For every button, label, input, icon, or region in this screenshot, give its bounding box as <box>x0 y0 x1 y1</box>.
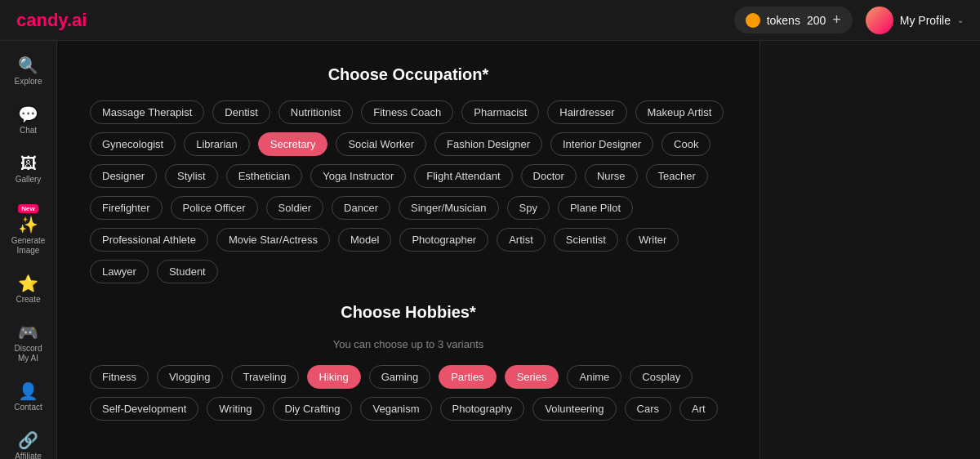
occupation-tag[interactable]: Professional Athlete <box>90 228 208 252</box>
hobby-tag[interactable]: Self-Development <box>90 397 198 421</box>
hobby-tag[interactable]: Diy Crafting <box>273 397 353 421</box>
occupation-tags: Massage TherapistDentistNutritionistFitn… <box>90 100 727 283</box>
occupation-tag[interactable]: Massage Therapist <box>90 100 204 124</box>
occupation-tag[interactable]: Firefighter <box>90 196 163 220</box>
occupation-tag[interactable]: Interior Designer <box>550 132 653 156</box>
occupation-tag[interactable]: Pharmacist <box>461 100 539 124</box>
occupation-tag[interactable]: Designer <box>90 164 157 188</box>
occupation-tag[interactable]: Dancer <box>332 196 390 220</box>
hobby-tag[interactable]: Cosplay <box>630 365 693 389</box>
occupation-tag[interactable]: Spy <box>507 196 550 220</box>
chat-icon: 💬 <box>18 106 38 123</box>
occupation-tag[interactable]: Librarian <box>184 132 250 156</box>
token-coin-icon <box>746 13 760 28</box>
sidebar-label-generate: Generate Image <box>11 236 46 256</box>
affiliate-icon: 🔗 <box>18 432 38 448</box>
logo-accent: .ai <box>67 10 87 30</box>
occupation-tag[interactable]: Lawyer <box>90 260 149 283</box>
section-divider: Choose Hobbies* You can choose up to 3 v… <box>90 303 727 350</box>
sidebar-label-gallery: Gallery <box>16 175 42 185</box>
chevron-down-icon: ⌄ <box>957 16 964 25</box>
tokens-count: 200 <box>807 14 826 27</box>
sidebar-label-contact: Contact <box>14 403 42 412</box>
sidebar-label-discord: Discord My AI <box>11 344 46 363</box>
occupation-tag[interactable]: Nutritionist <box>278 100 353 124</box>
occupation-tag[interactable]: Gynecologist <box>90 132 176 156</box>
occupation-tag[interactable]: Scientist <box>554 228 618 252</box>
profile-area[interactable]: My Profile ⌄ <box>866 7 964 34</box>
hobbies-title: Choose Hobbies* <box>90 303 727 322</box>
occupation-tag[interactable]: Model <box>338 228 391 252</box>
tokens-label: tokens <box>767 14 800 27</box>
logo-text: candy <box>16 10 67 30</box>
occupation-tag[interactable]: Artist <box>497 228 546 252</box>
header: candy.ai tokens 200 + My Profile ⌄ <box>0 0 980 41</box>
occupation-tag[interactable]: Yoga Instructor <box>310 164 406 188</box>
hobby-tag[interactable]: Fitness <box>90 365 149 389</box>
occupation-tag[interactable]: Photographer <box>399 228 488 252</box>
hobby-tag[interactable]: Series <box>505 365 559 389</box>
sidebar-label-affiliate: Affiliate <box>15 452 42 459</box>
occupation-tag[interactable]: Fashion Designer <box>434 132 542 156</box>
occupation-tag[interactable]: Social Worker <box>336 132 426 156</box>
occupation-tag[interactable]: Singer/Musician <box>399 196 499 220</box>
sidebar-label-chat: Chat <box>20 126 37 136</box>
right-panel <box>760 41 980 459</box>
main-layout: 🔍 Explore 💬 Chat 🖼 Gallery New ✨ Generat… <box>0 41 980 459</box>
hobby-tag[interactable]: Veganism <box>360 397 431 421</box>
occupation-tag[interactable]: Esthetician <box>226 164 303 188</box>
occupation-tag[interactable]: Writer <box>626 228 679 252</box>
add-tokens-button[interactable]: + <box>832 11 841 29</box>
sidebar-item-affiliate[interactable]: 🔗 Affiliate <box>5 424 52 459</box>
occupation-tag[interactable]: Plane Pilot <box>558 196 633 220</box>
hobby-tag[interactable]: Parties <box>439 365 496 389</box>
avatar <box>866 7 893 34</box>
sidebar-item-generate[interactable]: New ✨ Generate Image <box>5 196 52 264</box>
new-badge: New <box>18 204 38 213</box>
sidebar-item-discord[interactable]: 🎮 Discord My AI <box>5 316 52 372</box>
occupation-tag[interactable]: Police Officer <box>171 196 258 220</box>
occupation-tag[interactable]: Fitness Coach <box>361 100 453 124</box>
sidebar-label-explore: Explore <box>15 77 42 87</box>
hobby-tag[interactable]: Vlogging <box>157 365 223 389</box>
occupation-tag[interactable]: Teacher <box>646 164 708 188</box>
hobby-tag[interactable]: Gaming <box>369 365 431 389</box>
content-panel: Choose Occupation* Massage TherapistDent… <box>57 41 760 459</box>
occupation-tag[interactable]: Soldier <box>266 196 323 220</box>
tokens-badge[interactable]: tokens 200 + <box>734 7 853 33</box>
explore-icon: 🔍 <box>18 57 38 74</box>
hobbies-subtitle: You can choose up to 3 variants <box>90 338 727 350</box>
hobby-tag[interactable]: Anime <box>567 365 621 389</box>
occupation-tag[interactable]: Flight Attendant <box>414 164 512 188</box>
sidebar-item-explore[interactable]: 🔍 Explore <box>5 49 52 95</box>
hobbies-tags: FitnessVloggingTravelingHikingGamingPart… <box>90 365 727 421</box>
sidebar-item-gallery[interactable]: 🖼 Gallery <box>5 147 52 193</box>
occupation-tag[interactable]: Hairdresser <box>547 100 626 124</box>
occupation-tag[interactable]: Nurse <box>585 164 638 188</box>
hobby-tag[interactable]: Art <box>679 397 718 421</box>
hobby-tag[interactable]: Traveling <box>231 365 299 389</box>
sidebar-item-create[interactable]: ⭐ Create <box>5 267 52 313</box>
discord-icon: 🎮 <box>18 324 38 341</box>
header-right: tokens 200 + My Profile ⌄ <box>734 7 964 34</box>
occupation-tag[interactable]: Student <box>157 260 218 283</box>
sidebar: 🔍 Explore 💬 Chat 🖼 Gallery New ✨ Generat… <box>0 41 57 459</box>
hobby-tag[interactable]: Photography <box>440 397 525 421</box>
occupation-tag[interactable]: Stylist <box>165 164 218 188</box>
hobby-tag[interactable]: Writing <box>207 397 264 421</box>
occupation-tag[interactable]: Doctor <box>521 164 577 188</box>
occupation-tag[interactable]: Makeup Artist <box>635 100 724 124</box>
sidebar-item-chat[interactable]: 💬 Chat <box>5 98 52 144</box>
profile-name: My Profile <box>900 14 951 27</box>
occupation-title: Choose Occupation* <box>90 65 727 84</box>
hobby-tag[interactable]: Cars <box>625 397 671 421</box>
hobby-tag[interactable]: Hiking <box>307 365 361 389</box>
occupation-tag[interactable]: Movie Star/Actress <box>216 228 330 252</box>
occupation-tag[interactable]: Secretary <box>258 132 328 156</box>
contact-icon: 👤 <box>18 383 38 399</box>
sidebar-item-contact[interactable]: 👤 Contact <box>5 375 52 421</box>
gallery-icon: 🖼 <box>20 155 37 172</box>
hobby-tag[interactable]: Volunteering <box>532 397 616 421</box>
occupation-tag[interactable]: Cook <box>662 132 710 156</box>
occupation-tag[interactable]: Dentist <box>212 100 270 124</box>
